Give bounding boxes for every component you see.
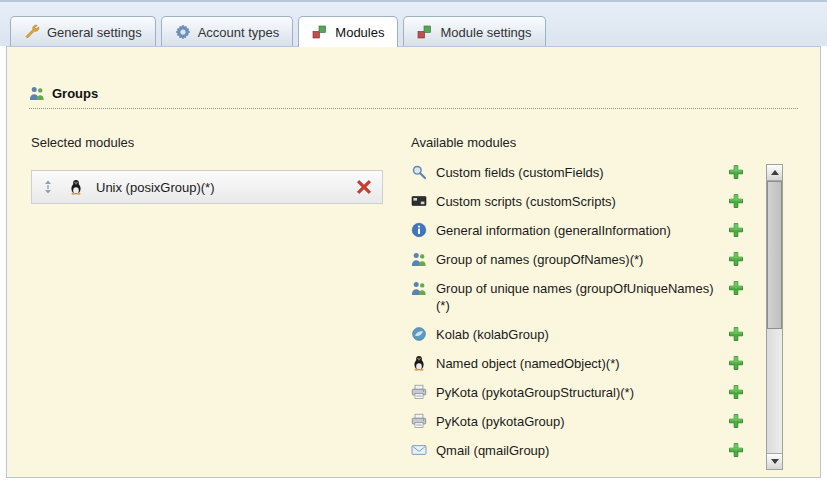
available-module-row: Custom fields (customFields) [411,164,759,181]
tab-label: General settings [47,25,142,40]
delete-icon [356,179,372,195]
add-module-button[interactable] [728,355,753,371]
section-title-row: Groups [29,85,798,109]
updown-icon [40,179,56,195]
scrollbar-thumb[interactable] [767,181,782,329]
modules-icon [312,24,328,40]
selected-modules-column: Selected modules Unix (posixGroup)(*) [31,135,383,471]
kolab-icon [411,326,427,342]
drag-handle[interactable] [40,179,54,195]
available-module-row: Group of unique names (groupOfUniqueName… [411,280,759,314]
plus-icon [728,326,744,342]
add-module-button[interactable] [728,384,753,400]
add-module-button[interactable] [728,280,753,296]
plus-icon [728,280,744,296]
printer-icon [411,384,427,400]
groups-icon [29,85,45,101]
plus-icon [728,251,744,267]
add-module-button[interactable] [728,251,753,267]
add-module-button[interactable] [728,193,753,209]
group-icon [411,280,427,296]
available-module-row: Group of names (groupOfNames)(*) [411,251,759,268]
modules-icon [417,24,433,40]
group-icon [411,251,427,267]
wrench-icon [24,24,40,40]
arrow-up-icon [771,170,779,175]
selected-module-label: Unix (posixGroup)(*) [96,180,214,195]
tab-label: Account types [198,25,280,40]
page-title: Groups [52,86,98,101]
plus-icon [728,164,744,180]
tux-icon [68,179,84,195]
magnifier-icon [411,164,427,180]
available-modules-heading: Available modules [411,135,789,150]
available-module-label: Qmail (qmailGroup) [436,442,728,459]
plus-icon [728,413,744,429]
available-module-row: PyKota (pykotaGroup) [411,413,759,430]
available-module-label: Named object (namedObject)(*) [436,355,728,372]
plus-icon [728,193,744,209]
info-icon [411,222,427,238]
tab-general-settings[interactable]: General settings [10,16,156,46]
add-module-button[interactable] [728,442,753,458]
arrow-down-icon [771,459,779,464]
script-icon [411,193,427,209]
selected-module-row: Unix (posixGroup)(*) [31,170,383,204]
available-module-row: Kolab (kolabGroup) [411,326,759,343]
add-module-button[interactable] [728,164,753,180]
scrollbar[interactable] [766,164,783,470]
selected-modules-heading: Selected modules [31,135,383,150]
remove-module-button[interactable] [356,179,372,195]
tab-label: Module settings [440,25,531,40]
available-modules-column: Available modules Custom fields (customF… [411,135,789,471]
available-modules-list: Custom fields (customFields)Custom scrip… [411,164,759,471]
available-module-label: PyKota (pykotaGroup) [436,413,728,430]
plus-icon [728,355,744,371]
lam-config-page: General settingsAccount typesModulesModu… [0,0,827,486]
content-panel: Groups Selected modules Unix (posixGroup… [6,46,821,478]
available-module-label: Group of names (groupOfNames)(*) [436,251,728,268]
add-module-button[interactable] [728,222,753,238]
plus-icon [728,384,744,400]
tab-label: Modules [335,25,384,40]
available-module-label: General information (generalInformation) [436,222,728,239]
available-module-row: Qmail (qmailGroup) [411,442,759,459]
tux-icon [411,355,427,371]
available-module-row: Custom scripts (customScripts) [411,193,759,210]
add-module-button[interactable] [728,413,753,429]
scrollbar-track[interactable] [767,181,782,453]
add-module-button[interactable] [728,326,753,342]
tab-account-types[interactable]: Account types [161,16,294,46]
selected-modules-list: Unix (posixGroup)(*) [31,170,383,204]
mail-icon [411,442,427,458]
available-modules-area: Custom fields (customFields)Custom scrip… [411,164,789,471]
tab-module-settings[interactable]: Module settings [403,16,545,46]
available-module-label: PyKota (pykotaGroupStructural)(*) [436,384,728,401]
printer-icon [411,413,427,429]
available-module-label: Custom fields (customFields) [436,164,728,181]
available-module-row: General information (generalInformation) [411,222,759,239]
available-module-label: Group of unique names (groupOfUniqueName… [436,280,728,314]
available-module-label: Custom scripts (customScripts) [436,193,728,210]
scrollbar-up-button[interactable] [767,165,782,181]
plus-icon [728,442,744,458]
tab-modules[interactable]: Modules [298,16,398,47]
module-columns: Selected modules Unix (posixGroup)(*) Av… [25,135,802,471]
available-module-row: Named object (namedObject)(*) [411,355,759,372]
plus-icon [728,222,744,238]
tab-bar: General settingsAccount typesModulesModu… [0,0,827,46]
gear-icon [175,24,191,40]
available-module-label: Kolab (kolabGroup) [436,326,728,343]
available-module-row: PyKota (pykotaGroupStructural)(*) [411,384,759,401]
scrollbar-down-button[interactable] [767,453,782,469]
